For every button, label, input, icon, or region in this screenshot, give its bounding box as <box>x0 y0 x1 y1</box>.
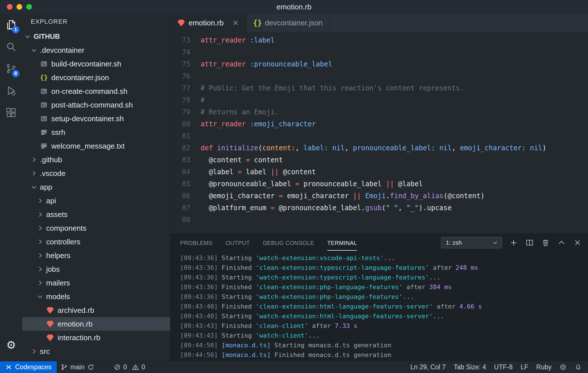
file-tree: GITHUB.devcontainerbuild-devcontainer.sh… <box>22 30 170 358</box>
close-tab-icon[interactable] <box>232 19 240 27</box>
language-mode-button[interactable]: Ruby <box>532 361 556 373</box>
tree-item-label: build-devcontainer.sh <box>51 60 121 68</box>
code-line-86[interactable]: 86 @emoji_character = emoji_character ||… <box>170 190 588 202</box>
editor-tab-emotion.rb[interactable]: emotion.rb <box>170 14 247 32</box>
activity-explorer-button[interactable]: 1 <box>0 14 22 36</box>
code-line-82[interactable]: 82def initialize(content:, label: nil, p… <box>170 142 588 154</box>
zoom-window-button[interactable] <box>26 4 32 10</box>
cursor-position-button[interactable]: Ln 29, Col 7 <box>406 361 450 373</box>
tree-item-components[interactable]: components <box>22 221 170 235</box>
terminal-shell-select[interactable]: 1: zsh <box>441 237 502 248</box>
activity-search-button[interactable] <box>0 36 22 58</box>
encoding-button[interactable]: UTF-8 <box>490 361 516 373</box>
code-line-87[interactable]: 87 @platform_enum = @pronounceable_label… <box>170 202 588 214</box>
tree-item-mailers[interactable]: mailers <box>22 276 170 290</box>
chevron-right-icon <box>36 252 44 259</box>
codespaces-remote-button[interactable]: Codespaces <box>0 361 57 373</box>
split-terminal-button[interactable] <box>525 238 534 247</box>
tree-item-label: archived.rb <box>58 306 94 315</box>
tree-item-devcontainer.json[interactable]: {}devcontainer.json <box>22 71 170 84</box>
code-line-75[interactable]: 75attr_reader :pronounceable_label <box>170 58 588 70</box>
activity-source-control-button[interactable]: 8 <box>0 58 22 80</box>
minimize-window-button[interactable] <box>17 4 22 10</box>
tree-item-.github[interactable]: .github <box>22 153 170 167</box>
new-terminal-button[interactable] <box>509 238 518 247</box>
shell-icon <box>40 60 48 68</box>
editor-group: emotion.rb{}devcontainer.json 73attr_rea… <box>170 14 588 361</box>
code-line-78[interactable]: 78# <box>170 94 588 106</box>
tree-item-api[interactable]: api <box>22 194 170 208</box>
panel-tab-output[interactable]: OUTPUT <box>226 235 250 251</box>
panel-tab-problems[interactable]: PROBLEMS <box>180 235 213 251</box>
tree-item-on-create-command.sh[interactable]: on-create-command.sh <box>22 84 170 98</box>
tree-item-.devcontainer[interactable]: .devcontainer <box>22 43 170 57</box>
code-line-79[interactable]: 79# Returns an Emoji. <box>170 106 588 118</box>
shell-icon <box>40 115 48 123</box>
tree-item-emotion.rb[interactable]: emotion.rb <box>22 317 170 331</box>
explorer-title: EXPLORER <box>22 14 170 30</box>
eol-button[interactable]: LF <box>516 361 532 373</box>
activity-settings-button[interactable]: ⚙ <box>0 334 22 356</box>
editor-tab-devcontainer.json[interactable]: {}devcontainer.json <box>247 14 330 32</box>
codespaces-icon <box>5 364 12 371</box>
close-panel-button[interactable] <box>573 238 582 247</box>
tree-item-app[interactable]: app <box>22 180 170 194</box>
tree-item-label: api <box>46 196 56 205</box>
line-number: 76 <box>170 70 201 82</box>
code-line-80[interactable]: 80attr_reader :emoji_character <box>170 118 588 130</box>
tree-item-setup-devcontainer.sh[interactable]: setup-devcontainer.sh <box>22 112 170 125</box>
tree-item-.vscode[interactable]: .vscode <box>22 167 170 180</box>
code-line-83[interactable]: 83 @content = content <box>170 154 588 166</box>
tree-item-welcome_message.txt[interactable]: welcome_message.txt <box>22 139 170 153</box>
activity-run-debug-button[interactable] <box>0 80 22 102</box>
tree-item-src[interactable]: src <box>22 344 170 358</box>
tree-item-helpers[interactable]: helpers <box>22 249 170 262</box>
code-line-85[interactable]: 85 @pronounceable_label = pronounceable_… <box>170 178 588 190</box>
code-line-84[interactable]: 84 @label = label || @content <box>170 166 588 178</box>
terminal-line: [09:43:36] Starting 'watch-extension:typ… <box>180 273 588 282</box>
tree-item-build-devcontainer.sh[interactable]: build-devcontainer.sh <box>22 57 170 71</box>
code-line-73[interactable]: 73attr_reader :label <box>170 34 588 46</box>
line-number: 73 <box>170 34 201 46</box>
code-line-76[interactable]: 76 <box>170 70 588 82</box>
tree-item-label: mailers <box>46 279 70 287</box>
code-text: # <box>201 94 205 106</box>
kill-terminal-button[interactable] <box>541 238 550 247</box>
code-line-88[interactable]: 88 <box>170 214 588 226</box>
panel-tab-debug-console[interactable]: DEBUG CONSOLE <box>263 235 314 251</box>
tree-item-models[interactable]: models <box>22 290 170 303</box>
tree-item-jobs[interactable]: jobs <box>22 262 170 276</box>
panel-header: PROBLEMSOUTPUTDEBUG CONSOLETERMINAL 1: z… <box>170 234 588 252</box>
chevron-down-icon <box>36 293 44 300</box>
close-window-button[interactable] <box>7 4 13 10</box>
vscode-window: emotion.rb 18 ⚙ EXPLORER GITHUB.devconta… <box>0 0 588 373</box>
tree-item-github[interactable]: GITHUB <box>22 30 170 43</box>
git-branch-icon <box>61 364 68 371</box>
terminal-output[interactable]: [09:43:36] Starting 'watch-extension:vsc… <box>170 252 588 361</box>
code-editor[interactable]: 73attr_reader :label7475attr_reader :pro… <box>170 32 588 234</box>
code-line-74[interactable]: 74 <box>170 46 588 58</box>
notifications-bell-button[interactable] <box>571 361 586 373</box>
git-branch-button[interactable]: main <box>57 361 98 373</box>
tree-item-archived.rb[interactable]: archived.rb <box>22 303 170 317</box>
problems-button[interactable]: 0 0 <box>110 361 149 373</box>
code-line-81[interactable]: 81 <box>170 130 588 142</box>
tree-item-interaction.rb[interactable]: interaction.rb <box>22 331 170 344</box>
code-line-77[interactable]: 77# Public: Get the Emoji that this reac… <box>170 82 588 94</box>
panel-tab-terminal[interactable]: TERMINAL <box>327 235 357 251</box>
tree-item-assets[interactable]: assets <box>22 208 170 221</box>
feedback-smiley-button[interactable] <box>556 361 571 373</box>
window-title: emotion.rb <box>0 0 588 14</box>
tree-item-ssrh[interactable]: ssrh <box>22 125 170 139</box>
terminal-line: [09:43:43] Starting 'watch-client'... <box>180 331 588 340</box>
indentation-button[interactable]: Tab Size: 4 <box>450 361 490 373</box>
maximize-panel-button[interactable] <box>557 238 566 247</box>
ruby-icon <box>46 320 54 328</box>
code-text: @content = content <box>201 154 283 166</box>
tree-item-label: .vscode <box>40 169 66 178</box>
tree-item-post-attach-command.sh[interactable]: post-attach-command.sh <box>22 98 170 112</box>
activity-extensions-button[interactable] <box>0 102 22 123</box>
sync-icon <box>87 364 94 371</box>
tree-item-controllers[interactable]: controllers <box>22 235 170 249</box>
line-number: 77 <box>170 82 201 94</box>
